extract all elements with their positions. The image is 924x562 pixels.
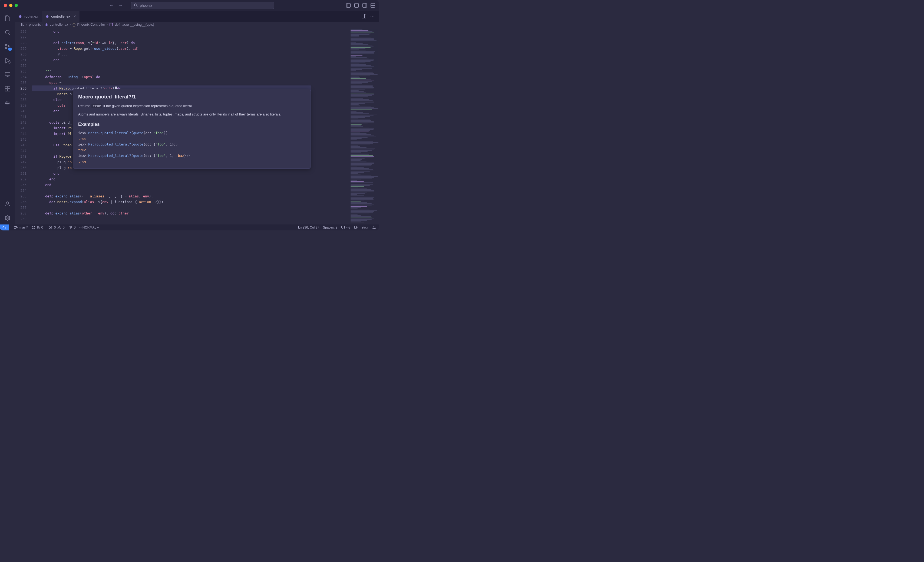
warning-icon bbox=[57, 226, 61, 229]
hover-examples-heading: Examples bbox=[78, 121, 305, 128]
chevron-right-icon: › bbox=[26, 23, 27, 27]
chevron-right-icon: › bbox=[106, 23, 108, 27]
tab-controller[interactable]: controller.ex × bbox=[42, 11, 80, 22]
tab-label: router.ex bbox=[24, 14, 38, 18]
nav-history: ← → bbox=[109, 3, 123, 8]
toggle-sidebar-left-icon[interactable] bbox=[346, 3, 351, 7]
tab-label: controller.ex bbox=[51, 14, 70, 18]
error-icon bbox=[48, 226, 52, 229]
svg-point-6 bbox=[9, 46, 10, 47]
chevron-right-icon: › bbox=[42, 23, 43, 27]
git-branch-icon bbox=[14, 226, 18, 229]
hover-title: Macro.quoted_literal?/1 bbox=[78, 93, 305, 100]
tab-router[interactable]: router.ex bbox=[15, 11, 42, 22]
svg-rect-15 bbox=[110, 23, 113, 26]
line-number-gutter: 2262272282292302312322332342352362372382… bbox=[15, 28, 32, 225]
statusbar: main* 8↓ 0↑ 0 0 0 -- NORMAL -- Ln 236, C… bbox=[0, 225, 379, 231]
svg-point-16 bbox=[15, 226, 16, 227]
sync-counts: 8↓ 0↑ bbox=[37, 226, 45, 229]
search-icon bbox=[134, 3, 138, 8]
svg-rect-9 bbox=[5, 86, 7, 88]
elixir-icon bbox=[45, 23, 48, 26]
breadcrumb-segment[interactable]: controller.ex bbox=[50, 23, 68, 27]
language-mode[interactable]: elixir bbox=[362, 226, 368, 229]
cursor-position[interactable]: Ln 236, Col 37 bbox=[298, 226, 319, 229]
titlebar-layout-controls bbox=[346, 3, 375, 7]
extensions-icon[interactable] bbox=[4, 85, 11, 93]
radio-tower-icon bbox=[68, 226, 72, 229]
run-debug-icon[interactable] bbox=[4, 57, 11, 64]
explorer-icon[interactable] bbox=[4, 15, 11, 22]
svg-point-13 bbox=[6, 202, 9, 204]
elixir-icon bbox=[18, 14, 22, 18]
breadcrumb-segment[interactable]: lib bbox=[21, 23, 25, 27]
minimap-canvas bbox=[351, 28, 377, 223]
braces-icon: { } bbox=[72, 23, 76, 27]
sync-icon bbox=[32, 226, 35, 229]
eol-status[interactable]: LF bbox=[354, 226, 358, 229]
activity-bar: 1 bbox=[0, 11, 15, 225]
vim-mode: -- NORMAL -- bbox=[79, 226, 99, 229]
settings-gear-icon[interactable] bbox=[4, 214, 11, 222]
breadcrumb-segment[interactable]: phoenix bbox=[29, 23, 41, 27]
editor-area: router.ex controller.ex × ··· lib › phoe… bbox=[15, 11, 379, 225]
svg-point-20 bbox=[70, 227, 70, 228]
ports-count: 0 bbox=[74, 226, 76, 229]
accounts-icon[interactable] bbox=[4, 200, 11, 208]
warning-count: 0 bbox=[63, 226, 64, 229]
svg-line-1 bbox=[136, 6, 138, 7]
svg-rect-12 bbox=[8, 89, 10, 91]
toggle-panel-icon[interactable] bbox=[354, 3, 358, 7]
minimap[interactable] bbox=[349, 28, 379, 225]
close-tab-icon[interactable]: × bbox=[74, 14, 76, 18]
search-text: phoenix bbox=[140, 3, 152, 7]
problems-status[interactable]: 0 0 bbox=[48, 226, 64, 229]
tab-actions: ··· bbox=[362, 11, 379, 22]
breadcrumb-segment[interactable]: defmacro __using__(opts) bbox=[115, 23, 154, 27]
svg-line-3 bbox=[9, 33, 10, 35]
hover-description: Atoms and numbers are always literals. B… bbox=[78, 112, 305, 117]
breadcrumb[interactable]: lib › phoenix › controller.ex › { } Phoe… bbox=[15, 22, 379, 28]
nav-forward-button[interactable]: → bbox=[118, 3, 123, 8]
svg-point-17 bbox=[15, 228, 16, 229]
remote-indicator[interactable] bbox=[0, 225, 9, 231]
hover-examples-code: iex> Macro.quoted_literal?(quote(do: "fo… bbox=[78, 130, 305, 164]
minimize-window-button[interactable] bbox=[9, 4, 12, 7]
svg-rect-8 bbox=[5, 72, 10, 76]
breadcrumb-segment[interactable]: Phoenix.Controller bbox=[77, 23, 105, 27]
ports-status[interactable]: 0 bbox=[68, 226, 76, 229]
branch-name: main* bbox=[20, 226, 28, 229]
svg-point-0 bbox=[134, 3, 137, 6]
svg-point-4 bbox=[5, 44, 7, 46]
customize-layout-icon[interactable] bbox=[370, 3, 375, 7]
maximize-window-button[interactable] bbox=[15, 4, 18, 7]
more-actions-icon[interactable]: ··· bbox=[370, 14, 375, 18]
command-center-search[interactable]: phoenix bbox=[131, 2, 274, 9]
titlebar: ← → phoenix bbox=[0, 0, 379, 11]
nav-back-button[interactable]: ← bbox=[109, 3, 114, 8]
hover-description: Returns true if the given quoted express… bbox=[78, 103, 305, 109]
elixir-icon bbox=[45, 14, 49, 18]
chevron-right-icon: › bbox=[70, 23, 71, 27]
indentation-status[interactable]: Spaces: 2 bbox=[323, 226, 337, 229]
scm-badge: 1 bbox=[8, 48, 12, 51]
tab-bar: router.ex controller.ex × ··· bbox=[15, 11, 379, 22]
encoding-status[interactable]: UTF-8 bbox=[341, 226, 350, 229]
svg-rect-10 bbox=[8, 86, 10, 88]
method-icon bbox=[109, 23, 113, 27]
svg-point-7 bbox=[8, 61, 10, 63]
svg-point-5 bbox=[5, 48, 7, 49]
hover-documentation-popup: Macro.quoted_literal?/1 Returns true if … bbox=[73, 89, 310, 169]
search-icon[interactable] bbox=[4, 28, 11, 36]
git-sync-status[interactable]: 8↓ 0↑ bbox=[32, 226, 45, 229]
git-branch-status[interactable]: main* bbox=[14, 226, 28, 229]
source-control-icon[interactable]: 1 bbox=[4, 43, 11, 50]
split-editor-icon[interactable] bbox=[362, 14, 366, 18]
close-window-button[interactable] bbox=[4, 4, 7, 7]
code-literal: true bbox=[92, 103, 102, 108]
toggle-sidebar-right-icon[interactable] bbox=[363, 3, 367, 7]
notifications-icon[interactable] bbox=[372, 226, 376, 229]
docker-icon[interactable] bbox=[4, 99, 11, 106]
remote-explorer-icon[interactable] bbox=[4, 71, 11, 78]
svg-rect-11 bbox=[5, 89, 7, 91]
